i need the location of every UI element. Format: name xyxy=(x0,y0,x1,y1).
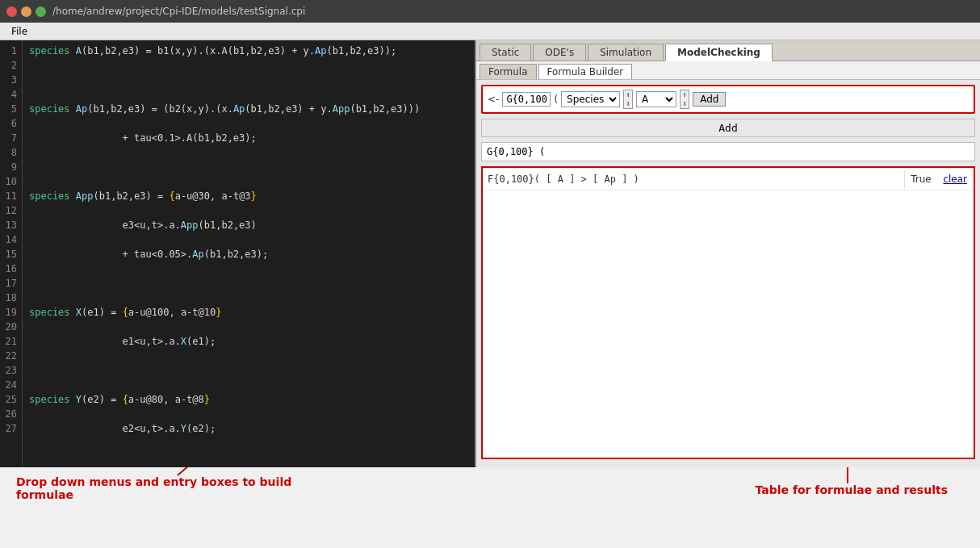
add-section: Add xyxy=(481,119,975,137)
file-menu[interactable]: File xyxy=(6,26,32,37)
builder-add-button[interactable]: Add xyxy=(693,92,726,107)
main-tabs: Static ODE's Simulation ModelChecking xyxy=(476,40,980,61)
species-select[interactable]: Species A Ap App X Y B C xyxy=(561,91,620,107)
species-stepper[interactable]: ⬆⬇ xyxy=(623,90,633,109)
variable-stepper[interactable]: ⬆⬇ xyxy=(680,90,689,109)
menu-bar: File xyxy=(0,23,980,40)
line-numbers: 1 2 3 4 5 6 7 8 9 10 11 12 13 14 15 16 1… xyxy=(0,40,23,467)
variable-select[interactable]: A Ap App xyxy=(636,91,676,107)
tab-odes[interactable]: ODE's xyxy=(533,44,586,61)
sub-tab-formula[interactable]: Formula xyxy=(480,64,537,79)
close-button[interactable] xyxy=(6,6,17,17)
formula-text-input[interactable] xyxy=(502,92,551,107)
sub-tab-formula-builder[interactable]: Formula Builder xyxy=(538,64,633,79)
bottom-area: Drop down menus and entry boxes to build… xyxy=(0,467,980,548)
main-content: 1 2 3 4 5 6 7 8 9 10 11 12 13 14 15 16 1… xyxy=(0,40,980,467)
open-paren-label: ( xyxy=(554,94,558,105)
code-pane: 1 2 3 4 5 6 7 8 9 10 11 12 13 14 15 16 1… xyxy=(0,40,476,467)
current-formula-display: G{0,100} ( xyxy=(481,142,975,161)
minimize-button[interactable] xyxy=(21,6,31,17)
window-title: /home/andrew/project/Cpi-IDE/models/test… xyxy=(52,6,305,17)
result-value-cell: True xyxy=(904,170,936,188)
code-editor[interactable]: species A(b1,b2,e3) = b1(x,y).(x.A(b1,b2… xyxy=(23,40,475,467)
arrow-label: <- xyxy=(488,94,499,105)
svg-line-0 xyxy=(178,467,541,475)
add-section-label: Add xyxy=(718,122,737,134)
formula-builder-panel: <- ( Species A Ap App X Y B C ⬆⬇ A Ap xyxy=(476,80,980,467)
result-formula-cell: F{0,100}( [ A ] > [ Ap ] ) xyxy=(483,170,904,188)
maximize-button[interactable] xyxy=(36,6,46,17)
table-row: F{0,100}( [ A ] > [ Ap ] ) True clear xyxy=(483,168,974,190)
result-clear-button[interactable]: clear xyxy=(936,170,974,188)
window-controls xyxy=(6,6,46,17)
tab-simulation[interactable]: Simulation xyxy=(588,44,664,61)
results-table: F{0,100}( [ A ] > [ Ap ] ) True clear xyxy=(481,166,975,459)
title-bar: /home/andrew/project/Cpi-IDE/models/test… xyxy=(0,0,980,23)
sub-tabs: Formula Formula Builder xyxy=(476,61,980,80)
annotation-right: Table for formulae and results xyxy=(756,483,949,496)
builder-input-row: <- ( Species A Ap App X Y B C ⬆⬇ A Ap xyxy=(481,85,975,114)
tab-static[interactable]: Static xyxy=(480,44,531,61)
right-pane: Static ODE's Simulation ModelChecking Fo… xyxy=(476,40,980,467)
tab-modelchecking[interactable]: ModelChecking xyxy=(665,44,773,61)
annotation-left: Drop down menus and entry boxes to build… xyxy=(16,475,299,501)
